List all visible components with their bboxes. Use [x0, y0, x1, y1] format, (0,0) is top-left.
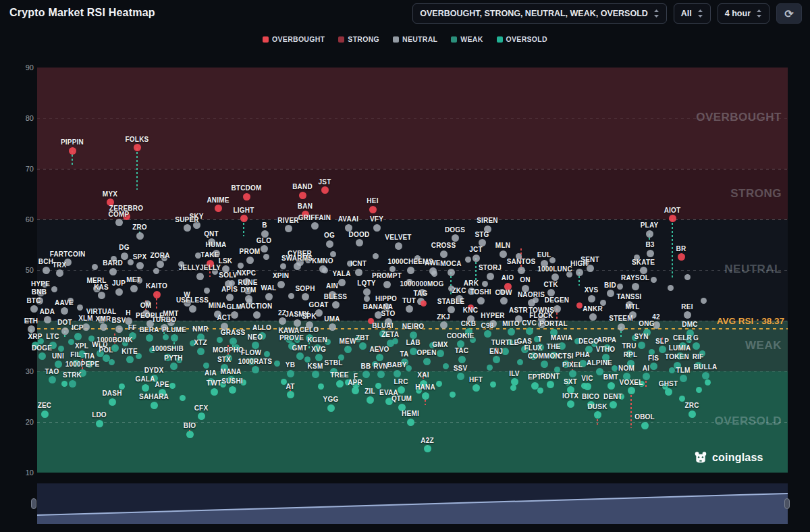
- coin-dot[interactable]: [203, 363, 209, 369]
- coin-dot[interactable]: [647, 250, 654, 257]
- coin-dot[interactable]: [395, 242, 402, 250]
- coin-dot[interactable]: [359, 342, 367, 350]
- coin-dot[interactable]: [392, 338, 398, 344]
- coin-dot[interactable]: [321, 186, 329, 194]
- coin-dot[interactable]: [197, 348, 205, 355]
- coin-filter-select[interactable]: All: [674, 3, 711, 24]
- coin-dot[interactable]: [355, 269, 362, 276]
- coin-dot[interactable]: [288, 293, 294, 299]
- coin-dot[interactable]: [705, 379, 711, 385]
- coin-dot[interactable]: [452, 234, 459, 242]
- coin-dot[interactable]: [668, 285, 674, 291]
- coin-dot[interactable]: [364, 296, 370, 302]
- refresh-button[interactable]: ⟳: [776, 3, 802, 24]
- coin-dot[interactable]: [696, 387, 702, 393]
- coin-dot[interactable]: [238, 263, 244, 269]
- coin-dot[interactable]: [43, 267, 50, 274]
- coin-dot[interactable]: [473, 255, 480, 262]
- coin-dot[interactable]: [363, 288, 371, 296]
- coin-dot[interactable]: [180, 395, 186, 401]
- coin-dot[interactable]: [669, 215, 676, 222]
- coin-dot[interactable]: [285, 225, 292, 232]
- coin-dot[interactable]: [375, 383, 381, 389]
- coin-dot[interactable]: [487, 365, 493, 371]
- coin-dot[interactable]: [389, 266, 396, 272]
- coin-dot[interactable]: [61, 327, 69, 335]
- coin-dot[interactable]: [679, 396, 685, 402]
- coin-dot[interactable]: [457, 373, 464, 380]
- coin-dot[interactable]: [61, 381, 68, 387]
- legend-item-overbought[interactable]: OVERBOUGHT: [263, 35, 325, 43]
- coin-dot[interactable]: [204, 288, 210, 294]
- coin-dot[interactable]: [407, 419, 414, 426]
- coin-dot[interactable]: [41, 410, 49, 418]
- legend-item-neutral[interactable]: NEUTRAL: [393, 35, 437, 43]
- coin-dot[interactable]: [500, 250, 507, 258]
- coin-dot[interactable]: [69, 380, 76, 388]
- coin-dot[interactable]: [28, 325, 35, 333]
- coin-dot[interactable]: [510, 385, 516, 391]
- coin-dot[interactable]: [126, 356, 134, 363]
- coin-dot[interactable]: [196, 273, 204, 280]
- coin-dot[interactable]: [215, 205, 222, 212]
- coin-dot[interactable]: [646, 230, 653, 238]
- coin-dot[interactable]: [153, 291, 161, 298]
- coin-dot[interactable]: [77, 304, 83, 311]
- coin-dot[interactable]: [318, 383, 324, 390]
- coin-dot[interactable]: [163, 334, 169, 340]
- coin-dot[interactable]: [226, 294, 234, 301]
- coin-dot[interactable]: [678, 253, 685, 261]
- coin-dot[interactable]: [684, 274, 691, 280]
- coin-dot[interactable]: [211, 388, 218, 396]
- coin-dot[interactable]: [115, 325, 123, 333]
- coin-dot[interactable]: [332, 301, 340, 309]
- coin-dot[interactable]: [153, 268, 159, 274]
- coin-dot[interactable]: [30, 305, 38, 313]
- coin-dot[interactable]: [198, 413, 205, 420]
- coin-dot[interactable]: [261, 245, 268, 252]
- coin-dot[interactable]: [484, 330, 491, 338]
- coin-dot[interactable]: [421, 300, 427, 307]
- coin-dot[interactable]: [311, 222, 319, 230]
- legend-item-strong[interactable]: STRONG: [338, 35, 379, 43]
- coin-dot[interactable]: [49, 376, 56, 383]
- coin-dot[interactable]: [618, 323, 625, 331]
- coin-dot[interactable]: [373, 253, 379, 259]
- coin-dot[interactable]: [701, 298, 707, 304]
- coin-dot[interactable]: [500, 297, 508, 304]
- coin-dot[interactable]: [651, 277, 657, 283]
- coin-dot[interactable]: [383, 281, 391, 288]
- coin-dot[interactable]: [669, 367, 675, 373]
- coin-dot[interactable]: [264, 351, 270, 357]
- coin-dot[interactable]: [406, 305, 413, 313]
- coin-dot[interactable]: [596, 368, 603, 375]
- coin-dot[interactable]: [482, 281, 488, 287]
- coin-dot[interactable]: [134, 144, 141, 151]
- coin-dot[interactable]: [608, 382, 615, 390]
- coin-dot[interactable]: [44, 316, 51, 323]
- coin-dot[interactable]: [477, 297, 485, 304]
- coin-dot[interactable]: [680, 375, 687, 382]
- navigator-right-handle[interactable]: [784, 498, 790, 509]
- coin-dot[interactable]: [296, 352, 304, 360]
- coin-dot[interactable]: [448, 306, 455, 313]
- coin-dot[interactable]: [424, 445, 431, 452]
- coin-dot[interactable]: [327, 404, 335, 412]
- coin-dot[interactable]: [69, 147, 76, 155]
- coin-dot[interactable]: [440, 321, 448, 329]
- coin-dot[interactable]: [448, 269, 455, 276]
- coin-dot[interactable]: [362, 371, 370, 378]
- coin-dot[interactable]: [628, 387, 635, 394]
- range-navigator[interactable]: [37, 483, 788, 524]
- coin-dot[interactable]: [274, 361, 280, 367]
- coin-dot[interactable]: [326, 240, 333, 248]
- coin-dot[interactable]: [56, 269, 63, 277]
- coin-dot[interactable]: [315, 354, 323, 361]
- coin-dot[interactable]: [617, 284, 623, 290]
- coin-dot[interactable]: [130, 285, 138, 292]
- coin-dot[interactable]: [119, 383, 125, 390]
- coin-dot[interactable]: [518, 267, 525, 274]
- coin-dot[interactable]: [473, 384, 480, 392]
- coin-dot[interactable]: [294, 263, 301, 270]
- coin-dot[interactable]: [567, 400, 574, 408]
